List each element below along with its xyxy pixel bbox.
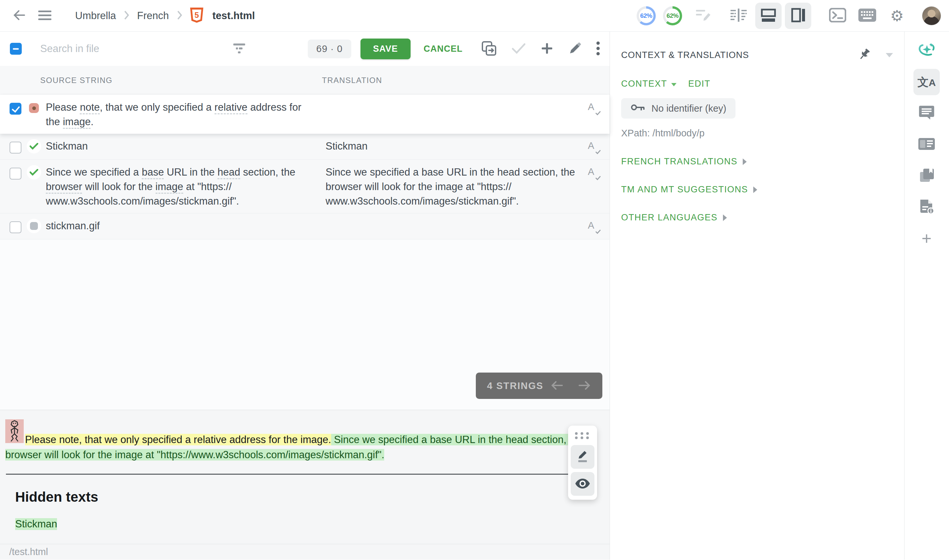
context-panel-title: CONTEXT & TRANSLATIONS xyxy=(621,50,749,60)
draft-edit-icon xyxy=(695,7,712,24)
kebab-menu-icon xyxy=(596,41,600,57)
panel-rail: 文A + xyxy=(904,32,949,560)
approval-progress-ring[interactable]: 62% xyxy=(663,6,682,25)
string-row[interactable]: Stickman Stickman A xyxy=(0,134,610,160)
string-row[interactable]: Please note, that we only specified a re… xyxy=(0,95,610,134)
preview-visibility-button[interactable] xyxy=(571,472,595,496)
row-checkbox[interactable] xyxy=(9,103,22,115)
cancel-button[interactable]: CANCEL xyxy=(424,44,463,54)
right-panel-icon xyxy=(791,8,805,23)
identifier-text: No identifier (key) xyxy=(652,103,726,114)
spellcheck-icon: A xyxy=(588,102,601,116)
topbar-left: Umbrella French 5 test.html xyxy=(12,8,255,24)
preview-tools-card xyxy=(568,426,597,500)
console-button[interactable] xyxy=(824,3,851,29)
string-status-icon xyxy=(27,219,41,233)
file-preview-pane: Please note, that we only specified a re… xyxy=(0,410,610,544)
source-column-header: SOURCE STRING xyxy=(40,76,297,85)
spellcheck-icon: A xyxy=(588,140,601,155)
preview-divider xyxy=(6,474,582,475)
topbar-right: 62% 62% xyxy=(636,3,941,29)
translation-string[interactable]: Since we specified a base URL in the hea… xyxy=(325,165,582,209)
topbar: Umbrella French 5 test.html 62% 62% xyxy=(0,0,949,32)
context-edit-button[interactable]: EDIT xyxy=(689,79,711,89)
strings-count: 4 STRINGS xyxy=(487,380,543,391)
settings-button[interactable]: ⚙ xyxy=(884,3,910,29)
user-avatar[interactable] xyxy=(922,6,941,25)
breadcrumb-file: test.html xyxy=(213,10,255,22)
copy-source-button[interactable] xyxy=(481,40,497,57)
string-row[interactable]: Since we specified a base URL in the hea… xyxy=(0,160,610,214)
preview-paragraph[interactable]: Please note, that we only specified a re… xyxy=(5,419,602,463)
edit-string-button[interactable] xyxy=(568,42,582,56)
context-panel-header: CONTEXT & TRANSLATIONS xyxy=(621,32,893,63)
rail-item-comments[interactable] xyxy=(914,100,940,126)
arrow-left-icon xyxy=(550,380,564,392)
back-button[interactable] xyxy=(12,8,26,23)
chevron-right-icon xyxy=(753,186,757,193)
stickman-image xyxy=(5,419,24,443)
source-string[interactable]: Please note, that we only specified a re… xyxy=(46,100,303,129)
translation-progress-ring[interactable]: 62% xyxy=(636,6,656,25)
row-checkbox[interactable] xyxy=(9,168,22,180)
translation-string[interactable]: Stickman xyxy=(325,139,582,154)
rail-item-file-info[interactable] xyxy=(914,194,940,220)
chevron-right-icon xyxy=(176,10,183,22)
breadcrumb-project[interactable]: Umbrella xyxy=(75,10,116,22)
section-tm-mt-suggestions[interactable]: TM AND MT SUGGESTIONS xyxy=(621,185,893,195)
side-by-side-view-button[interactable] xyxy=(726,3,752,29)
search-input[interactable] xyxy=(40,43,211,55)
pin-panel-button[interactable] xyxy=(857,48,872,63)
menu-button[interactable] xyxy=(38,9,52,22)
row-checkbox[interactable] xyxy=(9,222,22,233)
html5-file-icon: 5 xyxy=(190,8,203,24)
breadcrumb-language[interactable]: French xyxy=(137,10,169,22)
filter-icon xyxy=(233,43,246,55)
right-panel-view-button[interactable] xyxy=(785,3,811,29)
file-path: /test.html xyxy=(9,546,48,557)
context-controls: CONTEXT EDIT xyxy=(621,79,893,89)
filter-button[interactable] xyxy=(233,43,246,55)
breadcrumb: Umbrella French 5 test.html xyxy=(75,8,255,24)
rail-item-glossary[interactable] xyxy=(914,163,940,189)
drag-handle[interactable] xyxy=(575,430,590,442)
source-string[interactable]: stickman.gif xyxy=(46,219,303,233)
previous-page-button[interactable] xyxy=(550,380,564,392)
key-icon xyxy=(630,102,646,115)
check-icon xyxy=(511,43,526,55)
strings-pager: 4 STRINGS xyxy=(476,372,602,399)
xpath-text: XPath: /html/body/p xyxy=(621,128,893,139)
select-all-checkbox[interactable] xyxy=(10,43,22,55)
save-button[interactable]: SAVE xyxy=(360,38,411,59)
preview-selected-text[interactable]: Please note, that we only specified a re… xyxy=(25,434,331,445)
view-mode-group xyxy=(726,3,811,29)
more-options-button[interactable] xyxy=(596,41,600,57)
keyboard-shortcuts-button[interactable] xyxy=(854,3,880,29)
section-french-translations[interactable]: FRENCH TRANSLATIONS xyxy=(621,157,893,167)
context-dropdown[interactable]: CONTEXT xyxy=(621,79,676,89)
chevron-right-icon xyxy=(123,10,130,22)
string-row[interactable]: stickman.gif A xyxy=(0,214,610,240)
source-string[interactable]: Stickman xyxy=(46,139,303,154)
file-path-bar: /test.html xyxy=(0,544,610,560)
identifier-pill: No identifier (key) xyxy=(621,98,735,118)
duplicate-icon xyxy=(481,40,497,57)
rail-item-add-panel[interactable]: + xyxy=(914,225,940,252)
rail-item-ai-suggestions[interactable] xyxy=(914,38,940,64)
string-status-icon xyxy=(27,101,41,115)
draft-edit-button[interactable] xyxy=(695,7,712,24)
bottom-panel-view-button[interactable] xyxy=(755,3,782,29)
next-page-button[interactable] xyxy=(578,380,591,392)
source-string[interactable]: Since we specified a base URL in the hea… xyxy=(46,165,303,209)
table-header: SOURCE STRING TRANSLATION xyxy=(0,66,610,95)
collapse-panel-button[interactable] xyxy=(886,53,893,57)
preview-edit-button[interactable] xyxy=(571,445,595,469)
rail-item-translate[interactable]: 文A xyxy=(914,69,940,95)
row-checkbox[interactable] xyxy=(9,142,22,154)
section-other-languages[interactable]: OTHER LANGUAGES xyxy=(621,212,893,223)
spellcheck-icon: A xyxy=(588,166,601,181)
hidden-text-item[interactable]: Stickman xyxy=(15,518,57,530)
add-string-button[interactable] xyxy=(541,42,553,56)
rail-item-translation-memory[interactable] xyxy=(914,131,940,158)
approve-button[interactable] xyxy=(511,43,526,55)
